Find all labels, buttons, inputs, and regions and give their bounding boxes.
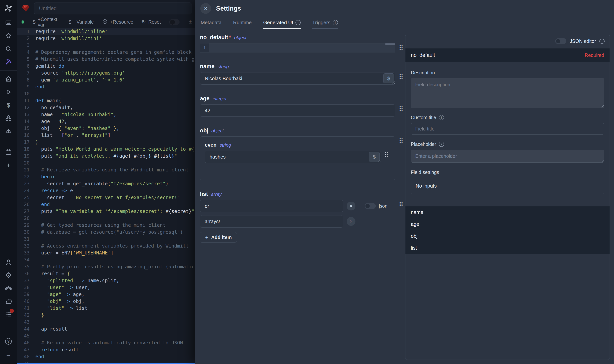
code-line[interactable]: 13 name = "Nicolas Bourbaki", xyxy=(17,111,195,118)
code-line[interactable]: 46 # Return value is automatically conve… xyxy=(17,339,195,346)
code-line[interactable]: 34 xyxy=(17,256,195,263)
code-line[interactable]: 42 } xyxy=(17,312,195,319)
diff-toggle[interactable] xyxy=(169,19,180,25)
code-line[interactable]: 48end xyxy=(17,353,195,360)
code-line[interactable]: 9end xyxy=(17,83,195,90)
code-line[interactable]: 39 "age" => age, xyxy=(17,291,195,298)
code-line[interactable]: 3 xyxy=(17,42,195,49)
drag-handle-icon[interactable] xyxy=(399,201,405,208)
folders-icon[interactable] xyxy=(2,295,15,308)
workers-robot-icon[interactable] xyxy=(2,282,15,294)
insert-variable-button[interactable]: $ xyxy=(383,73,394,83)
no-default-json-editor[interactable]: 1 xyxy=(200,43,395,52)
close-settings-button[interactable]: × xyxy=(200,3,211,14)
code-line[interactable]: 32 # Access environment variables provid… xyxy=(17,243,195,249)
code-line[interactable]: 18 puts "Hello World and a warm welcome … xyxy=(17,146,195,153)
code-line[interactable]: 38 "user" => user, xyxy=(17,284,195,291)
code-line[interactable]: 6gemfile do xyxy=(17,63,195,70)
code-line[interactable]: 28 xyxy=(17,215,195,222)
help-icon[interactable]: ? xyxy=(2,335,15,348)
mini-scrollbar[interactable] xyxy=(385,43,395,45)
code-line[interactable]: 49 xyxy=(17,360,195,363)
audit-logs-icon[interactable] xyxy=(2,308,15,321)
even-input[interactable] xyxy=(205,151,369,163)
code-line[interactable]: 2require 'windmill/mini' xyxy=(17,35,195,42)
code-line[interactable]: 19 puts "and its acolytes.. #{age} #{obj… xyxy=(17,153,195,159)
workspace-icon[interactable] xyxy=(2,16,15,29)
code-line[interactable]: 16 list = ["or", "arrays!"] xyxy=(17,132,195,139)
code-line[interactable]: 20 xyxy=(17,159,195,167)
windmill-logo-icon[interactable] xyxy=(4,4,13,13)
add-context-var-button[interactable]: $ +Context var xyxy=(33,16,60,28)
code-line[interactable]: 11def main( xyxy=(17,97,195,104)
code-line[interactable]: 17) xyxy=(17,139,195,146)
code-line[interactable]: 29 # Get typed resources using the mini … xyxy=(17,222,195,229)
settings-gear-icon[interactable]: ⚙ xyxy=(2,269,15,281)
inspector-field-row[interactable]: list xyxy=(405,242,610,254)
code-editor[interactable]: 1require 'windmill/inline'2require 'wind… xyxy=(17,27,195,363)
list-item-0-input[interactable] xyxy=(200,200,343,212)
script-title-field[interactable] xyxy=(34,2,192,14)
remove-item-button[interactable]: × xyxy=(347,202,355,210)
schedules-calendar-icon[interactable] xyxy=(2,146,15,158)
tab-generated-ui[interactable]: Generated UI xyxy=(263,17,301,29)
code-line[interactable]: 21 # Retrieve variables using the Windmi… xyxy=(17,167,195,173)
code-line[interactable]: 45 xyxy=(17,333,195,339)
code-line[interactable]: 43 xyxy=(17,319,195,325)
description-textarea[interactable] xyxy=(411,78,604,108)
reset-button[interactable]: ↻ Reset xyxy=(142,19,161,25)
code-line[interactable]: 24 rescue => e xyxy=(17,187,195,194)
list-item-1-input[interactable] xyxy=(200,215,343,227)
drag-handle-icon[interactable] xyxy=(399,106,405,112)
code-line[interactable]: 15 obj = { "even": "hashes" }, xyxy=(17,125,195,132)
variables-dollar-icon[interactable]: $ xyxy=(2,99,15,111)
code-line[interactable]: 30 # database = get_resource("u/user/my_… xyxy=(17,229,195,236)
json-editor-toggle[interactable] xyxy=(555,38,566,44)
code-line[interactable]: 35 # Pretty print results using amazing_… xyxy=(17,263,195,270)
inspector-field-row[interactable]: name xyxy=(405,207,610,218)
tab-metadata[interactable]: Metadata xyxy=(201,17,222,29)
code-line[interactable]: 23 secret = get_variable("f/examples/sec… xyxy=(17,180,195,187)
runs-play-icon[interactable] xyxy=(2,86,15,98)
drag-handle-icon[interactable] xyxy=(384,152,391,158)
code-line[interactable]: 40 "obj" => obj, xyxy=(17,298,195,305)
add-variable-button[interactable]: $ +Variable xyxy=(69,19,94,25)
drag-handle-icon[interactable] xyxy=(399,74,405,80)
code-line[interactable]: 1require 'windmill/inline' xyxy=(17,28,195,35)
code-line[interactable]: 8 gem 'amazing_print', '~> 1.6' xyxy=(17,77,195,83)
inspector-field-row[interactable]: obj xyxy=(405,230,610,242)
add-plus-icon[interactable]: + xyxy=(2,159,15,171)
ai-wand-icon[interactable] xyxy=(2,56,15,68)
tab-triggers[interactable]: Triggers xyxy=(312,17,338,29)
placeholder-textarea[interactable] xyxy=(411,150,604,163)
insert-variable-button[interactable]: $ xyxy=(369,152,380,162)
collapse-sidebar-icon[interactable]: → xyxy=(2,348,15,361)
favorites-star-icon[interactable] xyxy=(2,30,15,42)
selected-field-header[interactable]: no_default Required xyxy=(405,48,610,62)
resources-cubes-icon[interactable] xyxy=(2,112,15,124)
code-line[interactable]: 37 "splitted" => name.split, xyxy=(17,277,195,284)
search-icon[interactable] xyxy=(2,43,15,55)
triggers-pyramid-icon[interactable] xyxy=(2,125,15,137)
code-line[interactable]: 44 ap result xyxy=(17,325,195,333)
home-icon[interactable] xyxy=(2,73,15,85)
inspector-field-row[interactable]: age xyxy=(405,218,610,230)
json-mode-toggle[interactable] xyxy=(365,203,376,209)
code-line[interactable]: 4# Dependency management: declare gems i… xyxy=(17,49,195,56)
add-resource-button[interactable]: +Resource xyxy=(102,19,133,25)
age-input[interactable] xyxy=(200,104,395,117)
custom-title-input[interactable] xyxy=(411,123,604,134)
code-line[interactable]: 14 age = 42, xyxy=(17,118,195,125)
code-line[interactable]: 41 "list" => list xyxy=(17,305,195,312)
code-line[interactable]: 5# Windmill uses bundler/inline compatib… xyxy=(17,56,195,63)
code-line[interactable]: 31 xyxy=(17,236,195,243)
code-line[interactable]: 7 source 'https://rubygems.org' xyxy=(17,70,195,77)
code-line[interactable]: 22 begin xyxy=(17,173,195,180)
code-line[interactable]: 26 end xyxy=(17,201,195,208)
code-line[interactable]: 47 return result xyxy=(17,346,195,353)
tab-runtime[interactable]: Runtime xyxy=(233,17,252,29)
remove-item-button[interactable]: × xyxy=(347,217,355,226)
code-line[interactable]: 12 no_default, xyxy=(17,104,195,111)
code-line[interactable]: 33 user = ENV['WM_USERNAME'] xyxy=(17,249,195,256)
plus-minus-icon[interactable]: ± xyxy=(188,18,192,26)
